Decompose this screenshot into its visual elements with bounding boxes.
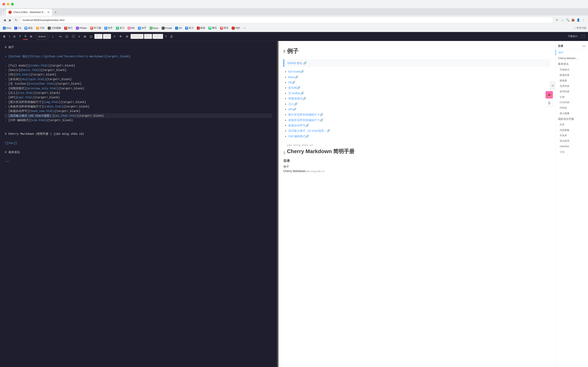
fullscreen-editor-button[interactable]: ⊡: [88, 33, 94, 40]
code-theme-button[interactable]: 代码主题: [130, 34, 144, 39]
full-model-link[interactable]: full model🔗: [288, 70, 304, 73]
head-num-link[interactable]: 标题自动序号🔗: [288, 124, 309, 127]
outline-button[interactable]: ☰: [545, 99, 553, 107]
ext-icon-2[interactable]: 📥: [571, 18, 575, 22]
editor-pane[interactable]: # 例子 > [Github 地址](https://github.com/Te…: [0, 41, 278, 367]
ext-github[interactable]: G 力扣题解: [47, 26, 62, 30]
toc-item-checklist[interactable]: checklist: [555, 144, 588, 149]
ext-icon-1[interactable]: 🔍: [566, 18, 570, 22]
drawio-button[interactable]: draw.io: [36, 34, 48, 39]
text-color-button[interactable]: A: [23, 33, 28, 40]
toc-item-info-panel[interactable]: 信息面板: [555, 127, 588, 133]
ext-vs[interactable]: V VS: [174, 26, 183, 30]
close-button[interactable]: [2, 3, 5, 6]
ext-zhihusite[interactable]: 知 知乎: [137, 26, 148, 30]
ext-pkmer[interactable]: P PKMer: [75, 26, 88, 30]
toc-item-accordion[interactable]: 手风琴: [555, 133, 588, 138]
new-tab-button[interactable]: +: [53, 9, 58, 16]
ext-css[interactable]: C CS: [13, 26, 22, 30]
preview-collapse-button[interactable]: ◁: [550, 81, 555, 90]
bookmark-icon[interactable]: ☆: [560, 18, 564, 22]
translate-icon[interactable]: ⟳: [555, 18, 559, 22]
ext-fcode[interactable]: F Fcode: [160, 26, 173, 30]
toc-item-inline-code[interactable]: 行内代码: [555, 100, 588, 105]
minimize-button[interactable]: [7, 3, 9, 6]
ext-jianli[interactable]: 简 简历: [219, 26, 230, 30]
ext-pdf[interactable]: P PDF: [231, 26, 241, 30]
multi-example-link[interactable]: 多实例🔗: [288, 86, 300, 89]
no-toolbar-link[interactable]: 无 toolbar🔗: [288, 92, 304, 95]
toc-item-basic-syntax[interactable]: 基本语法: [555, 61, 588, 67]
lab-button[interactable]: 实验室: [153, 34, 163, 39]
profile-icon[interactable]: 👤: [576, 18, 580, 22]
toc-item-heading-setting[interactable]: 标题设置: [555, 72, 588, 78]
toc-item-cherry-markdown[interactable]: Cherry Markdo...: [555, 55, 588, 61]
toc-item-advanced-syntax[interactable]: 高阶语法手册: [555, 116, 588, 122]
toc-icon-button[interactable]: ☰: [169, 33, 174, 40]
heading-button[interactable]: H: [28, 33, 34, 40]
forward-button[interactable]: ▶: [8, 17, 12, 23]
strikethrough-button[interactable]: S: [12, 33, 17, 40]
settings-button[interactable]: ⚙: [124, 33, 130, 40]
ext-bilibili[interactable]: b b站: [126, 26, 136, 30]
api-link[interactable]: API🔗: [288, 108, 296, 111]
bold-button[interactable]: B: [2, 33, 7, 40]
active-tab[interactable]: Cherry Editor - Markdown E... ✕: [6, 9, 52, 16]
vim-link[interactable]: VIM 编辑模式🔗: [288, 134, 309, 138]
export-button[interactable]: 导出: [144, 34, 152, 39]
table-button[interactable]: ⊞: [82, 33, 88, 40]
ext-shixi[interactable]: 实 实习: [184, 26, 195, 30]
toc-item-code-block[interactable]: 代码块: [555, 105, 588, 111]
tab-close-icon[interactable]: ✕: [47, 11, 50, 14]
heading-toggle-button[interactable]: T: [17, 33, 22, 40]
ai-chat-link[interactable]: 流式输入模式（AI chart场景）🔗: [288, 129, 330, 132]
toc-item-lizi[interactable]: 例子: [555, 50, 588, 55]
unordered-list-button[interactable]: •≡: [57, 33, 63, 40]
char-count-button[interactable]: 字数统计: [566, 34, 579, 39]
toc-item-hyperlink[interactable]: 超链接: [555, 78, 588, 83]
menu-icon[interactable]: ⋮: [581, 18, 586, 22]
ext-email[interactable]: @ 邮箱: [196, 26, 207, 30]
toc-item-font-style[interactable]: 字体样式: [555, 67, 588, 73]
ext-dongchuan[interactable]: 东 东川: [115, 26, 126, 30]
insert-button[interactable]: 插入: [94, 34, 103, 39]
back-button[interactable]: ◀: [2, 17, 7, 23]
share-button[interactable]: 📤: [545, 91, 553, 99]
ext-xuexitong[interactable]: 学 学习通: [89, 26, 102, 30]
toc-item-unordered-list[interactable]: 无序列表: [555, 83, 588, 89]
toc-item-syntax-highlight[interactable]: 语法高亮: [555, 138, 588, 144]
img-link[interactable]: 图片所见即所得编辑尺寸🔗: [288, 113, 323, 116]
extensions-more[interactable]: >>: [242, 27, 247, 30]
maximize-button[interactable]: [11, 3, 14, 6]
toc-item-insert-image[interactable]: 插入图像: [555, 111, 588, 116]
task-list-button[interactable]: ☑: [64, 33, 70, 40]
ext-litu[interactable]: 力 力扣: [35, 26, 46, 30]
draw-button[interactable]: 画图: [103, 34, 111, 39]
info-button[interactable]: ⓘ: [70, 33, 76, 40]
expand-button[interactable]: ⛶: [580, 33, 586, 40]
url-box[interactable]: localhost:8000/examples/index.html: [20, 17, 553, 23]
ext-zhihu[interactable]: 知 知乎: [103, 26, 114, 30]
table-link[interactable]: 表格所见即所得编辑尺寸🔗: [288, 118, 323, 122]
preview-only-link[interactable]: 纯预览模式🔗: [288, 97, 306, 100]
toc-item-xiaobei[interactable]: 小北: [555, 149, 588, 155]
align-button[interactable]: ≡: [77, 33, 82, 40]
h5-link[interactable]: H5🔗: [288, 81, 295, 84]
ext-jijin[interactable]: 掘 掘金: [23, 26, 34, 30]
help-button[interactable]: ?: [164, 33, 168, 40]
toc-collapse-button[interactable]: >>: [582, 45, 586, 48]
reload-button[interactable]: ↻: [14, 17, 18, 23]
toc-item-toc[interactable]: 目录: [555, 122, 588, 127]
chart-button[interactable]: ↗: [112, 33, 117, 40]
bookmarks-label[interactable]: □ 所有书签: [574, 26, 586, 30]
ordered-list-button[interactable]: 1.: [51, 33, 57, 40]
github-link[interactable]: Github 地址 🔗: [287, 61, 307, 65]
toc-item-ordered-list[interactable]: 有序列表: [555, 89, 588, 94]
basic-link[interactable]: basic🔗: [288, 75, 298, 79]
inject-link[interactable]: 注入🔗: [288, 102, 297, 106]
toc-item-quote[interactable]: 引用: [555, 94, 588, 100]
ext-boss[interactable]: B boss: [148, 26, 159, 30]
italic-button[interactable]: I: [7, 33, 11, 40]
preview-button[interactable]: 👁: [118, 33, 124, 40]
ext-tencent[interactable]: 腾 腾讯: [207, 26, 218, 30]
